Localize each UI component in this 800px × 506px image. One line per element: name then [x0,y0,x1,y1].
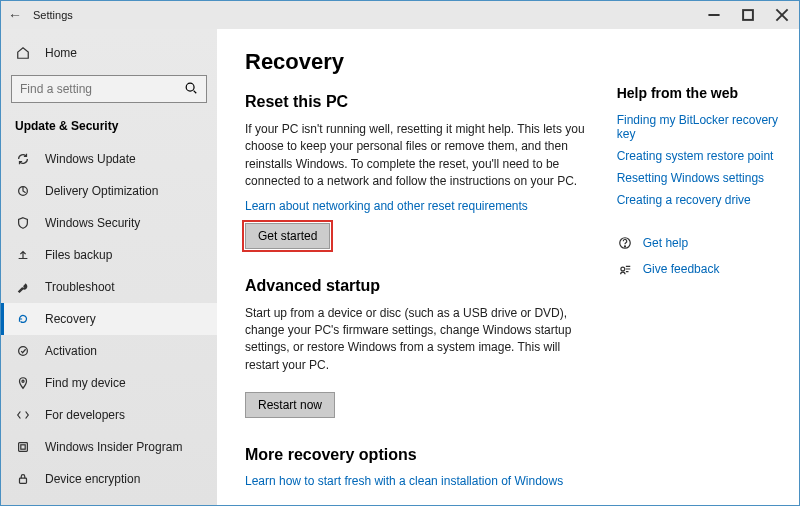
svg-rect-1 [743,10,753,20]
insider-icon [15,439,31,455]
sidebar-item-label: For developers [45,408,125,422]
content: Recovery Reset this PC If your PC isn't … [217,29,799,505]
location-icon [15,375,31,391]
reset-requirements-link[interactable]: Learn about networking and other reset r… [245,199,528,213]
svg-line-5 [194,90,197,93]
delivery-icon [15,183,31,199]
reset-pc-section: Reset this PC If your PC isn't running w… [245,93,589,249]
sidebar-item-troubleshoot[interactable]: Troubleshoot [1,271,217,303]
svg-point-7 [19,347,28,356]
restart-now-button[interactable]: Restart now [245,392,335,418]
give-feedback-row[interactable]: Give feedback [617,261,779,277]
main-column: Recovery Reset this PC If your PC isn't … [245,49,589,505]
sidebar-item-label: Recovery [45,312,96,326]
help-link-bitlocker[interactable]: Finding my BitLocker recovery key [617,113,779,141]
recovery-icon [15,311,31,327]
developer-icon [15,407,31,423]
sidebar-item-label: Files backup [45,248,112,262]
sidebar-item-files-backup[interactable]: Files backup [1,239,217,271]
sidebar-item-windows-insider[interactable]: Windows Insider Program [1,431,217,463]
minimize-button[interactable] [697,1,731,29]
backup-icon [15,247,31,263]
get-help-link[interactable]: Get help [643,236,688,250]
get-help-row[interactable]: Get help [617,235,779,251]
sidebar-item-device-encryption[interactable]: Device encryption [1,463,217,495]
fresh-install-link[interactable]: Learn how to start fresh with a clean in… [245,474,563,488]
sidebar-item-activation[interactable]: Activation [1,335,217,367]
sidebar-item-recovery[interactable]: Recovery [1,303,217,335]
advanced-heading: Advanced startup [245,277,589,295]
feedback-icon [617,261,633,277]
sidebar-item-label: Windows Insider Program [45,440,182,454]
more-heading: More recovery options [245,446,589,464]
search-icon [184,81,198,98]
search-box[interactable] [11,75,207,103]
sidebar-item-label: Delivery Optimization [45,184,158,198]
sidebar-item-windows-security[interactable]: Windows Security [1,207,217,239]
sidebar: Home Update & Security Windows Update De… [1,29,217,505]
svg-rect-11 [20,478,27,483]
sidebar-home-label: Home [45,46,77,60]
reset-description: If your PC isn't running well, resetting… [245,121,585,191]
help-link-recovery-drive[interactable]: Creating a recovery drive [617,193,779,207]
shield-icon [15,215,31,231]
wrench-icon [15,279,31,295]
help-heading: Help from the web [617,85,779,101]
home-icon [15,45,31,61]
svg-point-8 [22,380,24,382]
settings-window: ← Settings Home Update & Security Window… [0,0,800,506]
get-started-button[interactable]: Get started [245,223,330,249]
sidebar-item-label: Windows Security [45,216,140,230]
close-button[interactable] [765,1,799,29]
help-link-restore-point[interactable]: Creating system restore point [617,149,779,163]
sidebar-item-label: Device encryption [45,472,140,486]
maximize-button[interactable] [731,1,765,29]
sidebar-item-label: Windows Update [45,152,136,166]
advanced-description: Start up from a device or disc (such as … [245,305,585,375]
sidebar-item-find-my-device[interactable]: Find my device [1,367,217,399]
window-title: Settings [33,9,73,21]
svg-point-13 [624,246,625,247]
sync-icon [15,151,31,167]
sidebar-item-delivery-optimization[interactable]: Delivery Optimization [1,175,217,207]
sidebar-item-for-developers[interactable]: For developers [1,399,217,431]
sidebar-item-label: Activation [45,344,97,358]
give-feedback-link[interactable]: Give feedback [643,262,720,276]
help-icon [617,235,633,251]
more-recovery-section: More recovery options Learn how to start… [245,446,589,488]
search-input[interactable] [20,82,184,96]
lock-icon [15,471,31,487]
sidebar-home[interactable]: Home [1,37,217,69]
svg-point-4 [186,83,194,91]
sidebar-item-windows-update[interactable]: Windows Update [1,143,217,175]
activation-icon [15,343,31,359]
help-links: Finding my BitLocker recovery key Creati… [617,113,779,207]
back-button[interactable]: ← [1,7,29,23]
sidebar-heading: Update & Security [1,113,217,143]
advanced-startup-section: Advanced startup Start up from a device … [245,277,589,419]
svg-point-14 [621,267,625,271]
svg-rect-9 [19,443,28,452]
sidebar-item-label: Find my device [45,376,126,390]
titlebar: ← Settings [1,1,799,29]
svg-rect-10 [21,445,25,449]
sidebar-item-label: Troubleshoot [45,280,115,294]
page-title: Recovery [245,49,589,75]
reset-heading: Reset this PC [245,93,589,111]
help-column: Help from the web Finding my BitLocker r… [617,49,779,505]
help-link-reset-settings[interactable]: Resetting Windows settings [617,171,779,185]
